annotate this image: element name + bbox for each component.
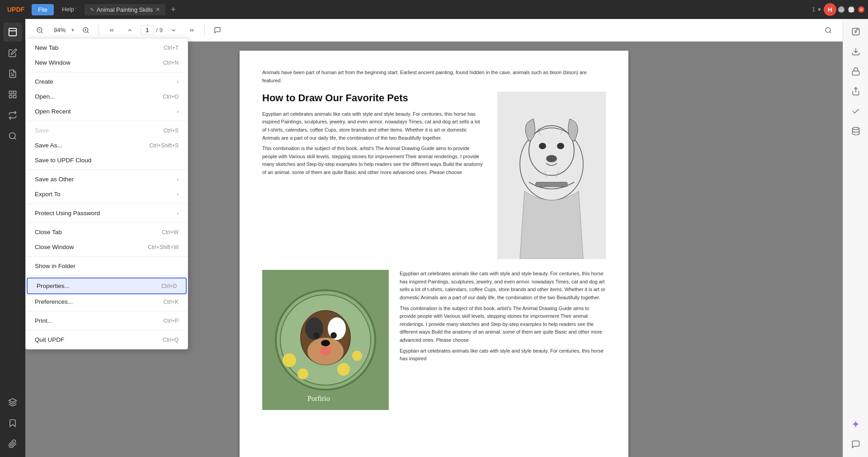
sidebar-item-home[interactable] bbox=[3, 23, 22, 42]
file-menu-tab[interactable]: File bbox=[32, 4, 54, 15]
separator-2 bbox=[26, 121, 188, 121]
menu-item-new-window[interactable]: New Window Ctrl+N bbox=[26, 55, 188, 70]
save-as-label: Save As... bbox=[35, 142, 62, 149]
print-shortcut: Ctrl+P bbox=[163, 318, 179, 324]
svg-point-39 bbox=[328, 317, 346, 340]
menu-item-show-in-folder[interactable]: Show in Folder bbox=[26, 259, 188, 273]
close-tab-shortcut: Ctrl+W bbox=[162, 229, 179, 236]
menu-item-quit[interactable]: Quit UPDF Ctrl+Q bbox=[26, 332, 188, 347]
svg-point-41 bbox=[330, 332, 337, 339]
menu-item-protect-password[interactable]: Protect Using Password › bbox=[26, 206, 188, 221]
comment-button[interactable] bbox=[210, 23, 225, 38]
menu-item-save-to-cloud[interactable]: Save to UPDF Cloud bbox=[26, 153, 188, 168]
svg-line-19 bbox=[830, 32, 831, 33]
svg-point-35 bbox=[352, 351, 362, 361]
page-first-button[interactable] bbox=[104, 23, 119, 38]
menu-item-properties[interactable]: Properties... Ctrl+D bbox=[27, 278, 187, 294]
menu-item-export-to[interactable]: Export To › bbox=[26, 187, 188, 202]
pdf-second-text: Egyptian art celebrates animals like cat… bbox=[400, 270, 606, 410]
svg-rect-6 bbox=[14, 95, 16, 98]
right-icon-check[interactable] bbox=[847, 102, 865, 120]
separator-4 bbox=[26, 203, 188, 204]
separator-7 bbox=[26, 275, 188, 276]
section-title: How to Draw Our Favorite Pets bbox=[262, 92, 484, 105]
svg-point-23 bbox=[557, 143, 564, 149]
close-window-shortcut: Ctrl+Shift+W bbox=[148, 244, 179, 250]
svg-point-8 bbox=[9, 133, 15, 139]
menu-item-open-recent[interactable]: Open Recent › bbox=[26, 104, 188, 119]
pdf-paragraph-1: Egyptian art celebrates animals like cat… bbox=[262, 110, 484, 142]
right-icon-share[interactable] bbox=[847, 82, 865, 100]
close-window-label: Close Window bbox=[35, 244, 74, 250]
svg-rect-0 bbox=[9, 28, 17, 36]
right-icon-chat[interactable] bbox=[847, 435, 865, 453]
add-tab-button[interactable]: + bbox=[167, 5, 179, 14]
document-tab[interactable]: ✎ Animal Painting Skills ✕ bbox=[85, 4, 165, 15]
toolbar-divider-2 bbox=[204, 25, 205, 36]
separator-9 bbox=[26, 330, 188, 330]
help-menu-tab[interactable]: Help bbox=[56, 4, 83, 15]
svg-line-9 bbox=[14, 138, 16, 140]
updf-logo: UPDF bbox=[4, 4, 28, 15]
minimize-button[interactable]: — bbox=[838, 6, 844, 13]
right-icon-export[interactable] bbox=[847, 23, 865, 41]
menu-item-save-as[interactable]: Save As... Ctrl+Shift+S bbox=[26, 138, 188, 153]
export-to-arrow: › bbox=[177, 191, 179, 198]
menu-item-open[interactable]: Open... Ctrl+O bbox=[26, 89, 188, 104]
sidebar-item-ocr[interactable] bbox=[3, 127, 22, 146]
menu-item-close-window[interactable]: Close Window Ctrl+Shift+W bbox=[26, 240, 188, 254]
close-tab-label: Close Tab bbox=[35, 229, 62, 236]
zoom-control: 94% ▼ bbox=[51, 27, 75, 33]
page-indicator: / 9 bbox=[141, 25, 163, 35]
open-label: Open... bbox=[35, 93, 55, 100]
page-up-button[interactable] bbox=[123, 23, 137, 38]
save-as-other-label: Save as Other bbox=[35, 176, 74, 183]
right-sidebar: ✦ bbox=[843, 19, 868, 457]
right-icon-database[interactable] bbox=[847, 122, 865, 140]
menu-item-create[interactable]: Create › bbox=[26, 74, 188, 89]
svg-point-43 bbox=[320, 347, 331, 356]
export-to-label: Export To bbox=[35, 191, 61, 198]
new-tab-label: New Tab bbox=[35, 44, 58, 51]
close-button[interactable]: ✕ bbox=[858, 6, 864, 13]
search-button[interactable] bbox=[821, 23, 835, 38]
menu-item-close-tab[interactable]: Close Tab Ctrl+W bbox=[26, 225, 188, 240]
sidebar-item-edit[interactable] bbox=[3, 43, 22, 62]
menu-item-new-tab[interactable]: New Tab Ctrl+T bbox=[26, 40, 188, 55]
svg-text:Porfirio: Porfirio bbox=[307, 395, 330, 402]
user-avatar[interactable]: H bbox=[824, 3, 836, 16]
title-bar: UPDF File Help ✎ Animal Painting Skills … bbox=[0, 0, 868, 19]
right-icon-download[interactable] bbox=[847, 42, 865, 61]
doc-tab-title: Animal Painting Skills bbox=[97, 6, 153, 13]
maximize-button[interactable]: ⬜ bbox=[848, 6, 854, 13]
zoom-dropdown[interactable]: ▼ bbox=[71, 28, 75, 33]
svg-rect-5 bbox=[14, 91, 16, 94]
sidebar-item-organize[interactable] bbox=[3, 85, 22, 104]
menu-item-save-as-other[interactable]: Save as Other › bbox=[26, 172, 188, 187]
pdf-paragraph-4: This combination is the subject of this … bbox=[400, 305, 606, 344]
zoom-out-button[interactable] bbox=[33, 23, 47, 38]
separator-8 bbox=[26, 311, 188, 311]
svg-point-24 bbox=[546, 155, 557, 162]
close-tab-icon[interactable]: ✕ bbox=[156, 6, 160, 13]
menu-item-preferences[interactable]: Preferences... Ctrl+K bbox=[26, 294, 188, 309]
menu-item-save[interactable]: Save Ctrl+S bbox=[26, 123, 188, 138]
sidebar-item-layers[interactable] bbox=[3, 393, 22, 412]
open-recent-arrow: › bbox=[177, 108, 179, 115]
new-window-label: New Window bbox=[35, 59, 71, 66]
svg-point-21 bbox=[529, 126, 574, 175]
save-to-cloud-label: Save to UPDF Cloud bbox=[35, 157, 91, 164]
menu-item-print[interactable]: Print... Ctrl+P bbox=[26, 313, 188, 328]
sidebar-item-annotate[interactable] bbox=[3, 64, 22, 83]
page-number-input[interactable] bbox=[141, 25, 154, 35]
sidebar-item-attach[interactable] bbox=[3, 434, 22, 453]
zoom-in-button[interactable] bbox=[79, 23, 93, 38]
open-shortcut: Ctrl+O bbox=[163, 94, 179, 100]
page-last-button[interactable] bbox=[184, 23, 199, 38]
right-icon-ai[interactable]: ✦ bbox=[847, 415, 865, 433]
sidebar-item-bookmark[interactable] bbox=[3, 414, 22, 433]
svg-point-32 bbox=[283, 353, 296, 367]
page-down-button[interactable] bbox=[166, 23, 181, 38]
right-icon-lock[interactable] bbox=[847, 62, 865, 80]
sidebar-item-convert[interactable] bbox=[3, 106, 22, 125]
